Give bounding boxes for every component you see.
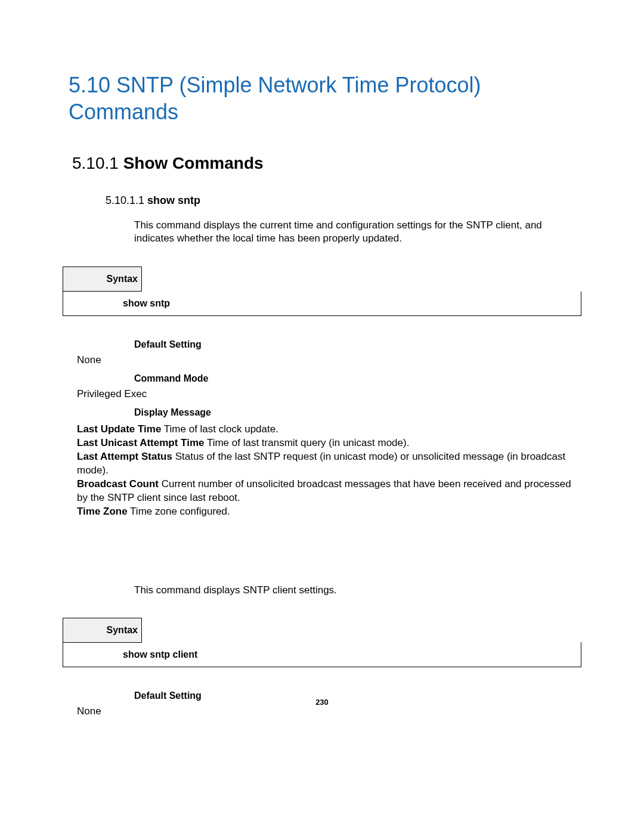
syntax-label: Syntax (63, 618, 142, 642)
syntax-table: Syntax show sntp client (63, 618, 581, 667)
syntax-spacer (142, 267, 581, 292)
message-term: Last Update Time (77, 423, 161, 435)
page-number: 230 (0, 698, 644, 707)
heading-number: 5.10.1.1 (106, 194, 147, 206)
command-heading-show-sntp: 5.10.1.1 show sntp (106, 194, 584, 207)
message-text: Time zone configured. (128, 506, 230, 517)
syntax-command: show sntp client (63, 642, 581, 667)
message-term: Last Unicast Attempt Time (77, 437, 205, 448)
syntax-label: Syntax (63, 267, 142, 292)
subsection-heading-5-10-1: 5.10.1 Show Commands (72, 154, 584, 173)
command-description: This command displays SNTP client settin… (134, 584, 584, 596)
heading-number: 5.10.1 (72, 154, 123, 172)
syntax-spacer (142, 618, 581, 642)
message-item: Last Attempt Status Status of the last S… (77, 450, 578, 478)
syntax-command: show sntp (63, 292, 581, 316)
message-term: Broadcast Count (77, 478, 159, 490)
heading-title: Show Commands (123, 154, 264, 172)
default-setting-block: Default Setting None Command Mode Privil… (77, 337, 584, 420)
display-messages-list: Last Update Time Time of last clock upda… (77, 423, 578, 519)
message-item: Last Unicast Attempt Time Time of last t… (77, 436, 578, 450)
message-term: Time Zone (77, 506, 128, 517)
message-text: Time of last clock update. (161, 423, 278, 435)
default-setting-label: Default Setting (134, 337, 584, 352)
default-setting-value: None (77, 352, 584, 368)
message-item: Last Update Time Time of last clock upda… (77, 423, 578, 436)
message-term: Last Attempt Status (77, 451, 172, 462)
command-description: This command displays the current time a… (134, 219, 572, 245)
command-mode-label: Command Mode (134, 371, 584, 386)
display-message-label: Display Message (134, 405, 584, 420)
heading-title: show sntp (147, 194, 200, 206)
document-page: 5.10 SNTP (Simple Network Time Protocol)… (0, 0, 644, 719)
section-heading-5-10: 5.10 SNTP (Simple Network Time Protocol)… (69, 72, 584, 125)
command-mode-value: Privileged Exec (77, 386, 584, 402)
syntax-table: Syntax show sntp (63, 267, 581, 316)
message-item: Broadcast Count Current number of unsoli… (77, 478, 578, 505)
message-text: Time of last transmit query (in unicast … (205, 437, 410, 448)
message-item: Time Zone Time zone configured. (77, 505, 578, 519)
